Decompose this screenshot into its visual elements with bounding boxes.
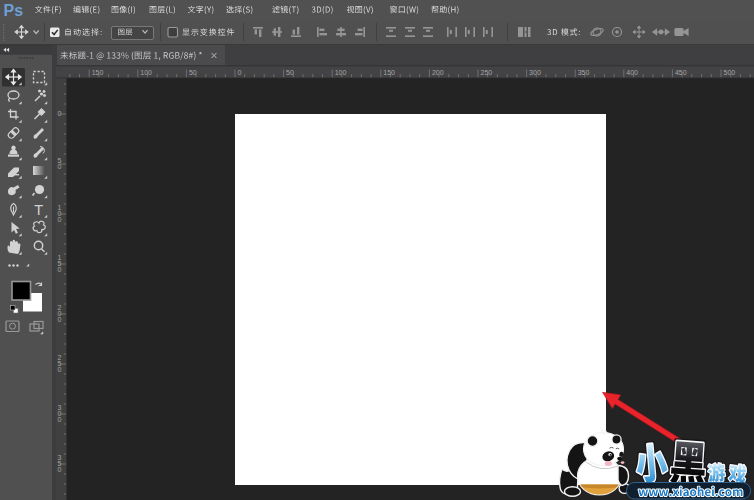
svg-text:0: 0 (58, 366, 62, 373)
svg-text:Ps: Ps (4, 2, 24, 19)
svg-text:250: 250 (481, 69, 493, 76)
svg-text:450: 450 (675, 69, 687, 76)
svg-text:0: 0 (58, 466, 62, 473)
svg-text:100: 100 (335, 69, 347, 76)
svg-text:0: 0 (58, 110, 62, 117)
svg-text:500: 500 (724, 69, 736, 76)
svg-text:400: 400 (626, 69, 638, 76)
svg-text:0: 0 (58, 216, 62, 223)
svg-text:50: 50 (189, 69, 197, 76)
svg-text:200: 200 (432, 69, 444, 76)
svg-text:0: 0 (58, 416, 62, 423)
svg-text:300: 300 (529, 69, 541, 76)
svg-text:0: 0 (58, 266, 62, 273)
svg-text:150: 150 (383, 69, 395, 76)
svg-text:100: 100 (140, 69, 152, 76)
svg-text:0: 0 (58, 316, 62, 323)
svg-text:0: 0 (58, 163, 62, 170)
svg-text:50: 50 (286, 69, 294, 76)
svg-text:350: 350 (578, 69, 590, 76)
svg-text:T: T (34, 202, 43, 218)
svg-text:0: 0 (238, 69, 242, 76)
svg-text:150: 150 (92, 69, 104, 76)
